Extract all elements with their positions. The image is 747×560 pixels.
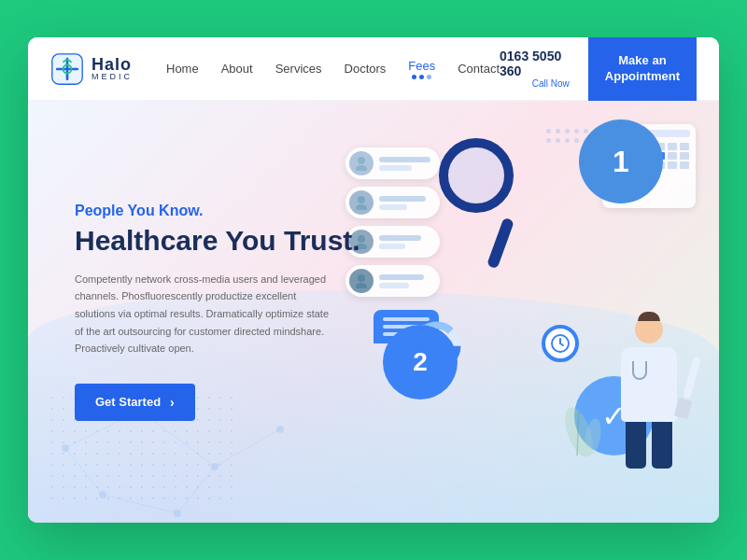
clock-svg — [549, 332, 571, 355]
cal-cell — [668, 152, 677, 160]
make-appointment-button[interactable]: Make an Appointment — [588, 37, 697, 101]
user-bar-4 — [379, 274, 424, 288]
doctor-legs — [626, 422, 672, 469]
circle-1-number: 1 — [613, 145, 629, 179]
magnifier-handle — [486, 217, 514, 270]
doctor-figure — [607, 315, 691, 483]
deco-dot — [546, 129, 551, 133]
svg-line-12 — [103, 495, 177, 513]
cal-cell — [680, 161, 689, 169]
deco-dot — [565, 138, 570, 143]
dot-3 — [427, 75, 431, 79]
nav-contact[interactable]: Contact — [458, 62, 500, 76]
logo-icon — [50, 52, 84, 86]
phone-label: Call Now — [532, 78, 570, 89]
dot-1 — [412, 75, 416, 79]
logo-medic: MEDIC — [92, 73, 133, 81]
get-started-button[interactable]: Get Started › — [75, 384, 195, 421]
leaf-decoration — [551, 399, 607, 465]
magnifier-glass — [439, 138, 514, 213]
logo-halo: Halo — [92, 56, 133, 73]
nav-doctors[interactable]: Doctors — [345, 62, 387, 76]
user-bar-2 — [379, 196, 426, 210]
nav-fees-dots — [412, 75, 431, 79]
circle-2-number: 2 — [413, 347, 428, 377]
deco-dot — [574, 138, 579, 143]
cal-cell — [668, 143, 677, 150]
hero-illustration: 1 2 — [345, 110, 700, 511]
browser-window: Halo MEDIC Home About Services Doctors F… — [28, 37, 719, 523]
deco-dot — [556, 129, 560, 133]
nav-home[interactable]: Home — [166, 62, 199, 76]
doctor-head — [635, 315, 663, 343]
hero-content: People You Know. Healthcare You Trust. C… — [75, 203, 360, 421]
cal-cell — [680, 143, 689, 150]
user-bar-3 — [379, 235, 421, 249]
deco-dot — [565, 129, 570, 133]
svg-point-15 — [356, 165, 367, 171]
doctor-leg-right — [652, 422, 672, 469]
arrow-icon: › — [170, 395, 175, 410]
hero-description: Competently network cross-media users an… — [75, 271, 336, 357]
user-avatar-1 — [349, 151, 374, 175]
navbar: Halo MEDIC Home About Services Doctors F… — [28, 37, 719, 101]
svg-line-13 — [177, 467, 215, 513]
doctor-leg-left — [626, 422, 646, 469]
hero-title: Healthcare You Trust. — [75, 225, 360, 258]
nav-services[interactable]: Services — [275, 62, 322, 76]
magnifier-icon — [420, 138, 532, 269]
phone-area: 0163 5050 360 Call Now — [500, 49, 570, 89]
cal-cell — [680, 152, 689, 160]
svg-line-10 — [215, 429, 280, 467]
phone-number: 0163 5050 360 — [500, 49, 570, 78]
clock-icon — [542, 325, 579, 362]
deco-dot — [574, 129, 579, 133]
cal-cell — [668, 161, 677, 169]
hero-subtitle: People You Know. — [75, 203, 360, 219]
logo-text: Halo MEDIC — [92, 56, 133, 81]
step-circle-1: 1 — [579, 119, 663, 203]
nav-links: Home About Services Doctors Fees Contact — [166, 59, 500, 79]
svg-line-11 — [65, 448, 103, 495]
nav-about[interactable]: About — [221, 62, 253, 76]
doctor-body — [621, 347, 677, 422]
svg-point-14 — [358, 157, 365, 164]
doctor-arm — [683, 357, 700, 399]
get-started-label: Get Started — [95, 395, 161, 409]
nav-fees-wrap: Fees — [408, 59, 435, 79]
deco-dot — [584, 129, 588, 133]
logo-area[interactable]: Halo MEDIC — [50, 52, 133, 86]
deco-dot — [556, 138, 560, 143]
dot-2 — [419, 75, 424, 79]
deco-dot — [546, 138, 551, 143]
hero-section: People You Know. Healthcare You Trust. C… — [28, 101, 719, 523]
svg-line-27 — [560, 343, 563, 345]
nav-fees[interactable]: Fees — [408, 59, 435, 73]
step-circle-2: 2 — [383, 325, 458, 399]
